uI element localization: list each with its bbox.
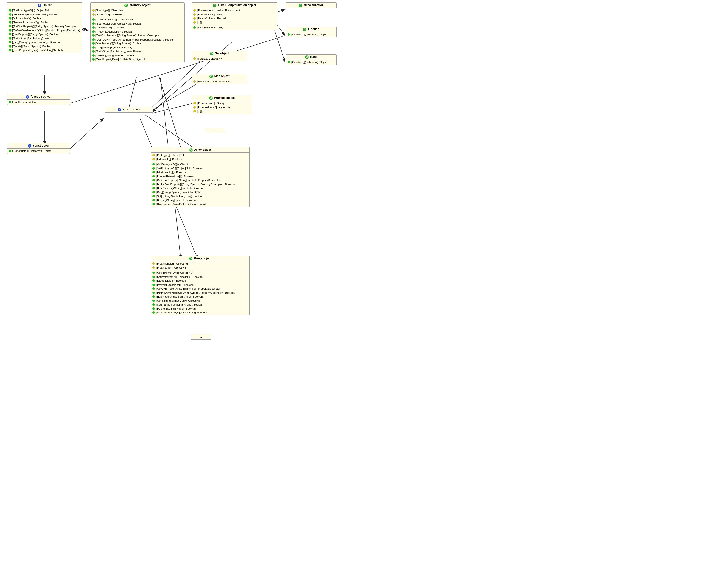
constructor-header: I constructor — [7, 143, 70, 149]
constructor-title: constructor — [33, 144, 49, 148]
ordinary-object-title: ordinary object — [130, 3, 151, 7]
function-object-methods: [[Call]](List<any>): any — [7, 100, 70, 105]
constructor-icon: I — [28, 144, 31, 148]
set-object-header: O Set object — [192, 51, 247, 56]
object-icon: I — [37, 4, 41, 7]
map-object-header: O Map object — [192, 74, 247, 79]
object-row-10: [[Delete]](String|Symbol): Boolean — [9, 44, 80, 49]
ordinary-object-icon: O — [125, 4, 128, 7]
object-row-4: [[PreventExtensions]](): Boolean — [9, 21, 80, 25]
class-icon: O — [305, 55, 309, 59]
function-object-title: function object — [31, 95, 51, 98]
class-header: O class — [286, 54, 336, 60]
object-row-1: [[GetPrototypeOf]](): Object|Null — [9, 8, 80, 12]
arrow-function-title: arrow function — [304, 3, 324, 7]
exotic-object-icon: I — [118, 108, 121, 111]
more2-title: ... — [191, 334, 211, 339]
object-row-3: [[IsExtensible]](): Boolean — [9, 17, 80, 21]
ecma-function-props: [[Environment]]: Lexical Environment [[F… — [192, 8, 277, 25]
promise-object-header: O Promise object — [192, 96, 252, 101]
array-object-title: Array object — [194, 148, 211, 152]
function-header: O function — [286, 27, 336, 32]
more1-box: ... — [205, 128, 225, 133]
object-row-5: [[GetOwnProperty]](String|Symbol): Prope… — [9, 24, 80, 28]
promise-object-props: [[PromiseState]]: String [[PromiseResult… — [192, 101, 252, 114]
object-row-9: [[Set]](String|Symbol, any, any): Boolea… — [9, 40, 80, 44]
ordinary-object-header: O ordinary object — [91, 3, 184, 8]
function-object-icon: I — [26, 95, 29, 99]
object-title: Object — [43, 3, 52, 7]
constructor-methods: [[Constructor]](List<any>): Object — [7, 149, 70, 154]
ecma-function-header: O ECMAScript function object — [192, 3, 277, 8]
function-box: O function [[Construct]](List<any>): Obj… — [286, 27, 337, 37]
ecma-function-title: ECMAScript function object — [218, 3, 256, 7]
array-object-props: [[Prototype]]: Object|Null [[Extensible]… — [151, 153, 250, 162]
map-object-props: [[MapData]]: List<List<any>> — [192, 79, 247, 84]
exotic-object-title: exotic object — [123, 108, 140, 111]
object-methods: [[GetPrototypeOf]](): Object|Null [[SetP… — [7, 8, 82, 53]
object-header: I Object — [7, 3, 82, 8]
object-row-11: [[OwnPropertyKeys]](): List<String|Symbo… — [9, 48, 80, 52]
map-object-icon: O — [209, 75, 213, 78]
proxy-object-box: O Proxy object [[ProxyHandler]]: Object|… — [151, 256, 250, 315]
map-object-title: Map object — [214, 75, 230, 78]
class-title: class — [310, 55, 317, 59]
array-object-icon: O — [189, 148, 193, 152]
set-object-box: O Set object [[SetData]]: List<any> — [192, 51, 247, 61]
function-object-box: I function object [[Call]](List<any>): a… — [7, 94, 70, 105]
ecma-function-methods: [[Call]](List<any>): any — [192, 25, 277, 30]
object-row-8: [[Get]](String|Symbol, any): any — [9, 36, 80, 41]
more2-box: ... — [190, 334, 211, 340]
object-row-7: [[HasProperty]](String|Symbol): Boolean — [9, 32, 80, 36]
ordinary-object-box: O ordinary object [[Prototype]]: Object|… — [90, 2, 185, 62]
set-object-title: Set object — [215, 52, 229, 55]
exotic-object-header: I exotic object — [105, 107, 153, 112]
arrows-svg — [0, 0, 728, 586]
class-methods: [[Construct]](List<any>): Object — [286, 60, 336, 65]
object-box: I Object [[GetPrototypeOf]](): Object|Nu… — [7, 2, 82, 53]
svg-line-11 — [145, 114, 198, 151]
map-object-box: O Map object [[MapData]]: List<List<any>… — [192, 74, 247, 84]
function-methods: [[Construct]](List<any>): Object — [286, 32, 336, 37]
ordinary-object-methods: [[GetPrototypeOf]](): Object|Null [[SetP… — [91, 17, 184, 62]
set-object-props: [[SetData]]: List<any> — [192, 56, 247, 61]
object-row-2: [[SetPrototypeOf]](Object|Null): Boolean — [9, 12, 80, 17]
exotic-object-box: I exotic object — [105, 107, 153, 113]
ecma-function-icon: O — [213, 4, 216, 7]
promise-object-icon: O — [209, 97, 212, 100]
proxy-object-icon: O — [189, 257, 192, 260]
arrow-function-header: O arrow function — [286, 3, 336, 8]
function-title: function — [308, 27, 319, 31]
set-object-icon: O — [210, 52, 213, 55]
constructor-box: I constructor [[Constructor]](List<any>)… — [7, 143, 70, 154]
proxy-object-props: [[ProxyHandler]]: Object|Null [[ProxyTar… — [151, 261, 250, 270]
diagram-container: I Object [[GetPrototypeOf]](): Object|Nu… — [0, 0, 728, 586]
svg-line-16 — [159, 77, 182, 152]
array-object-box: O Array object [[Prototype]]: Object|Nul… — [151, 147, 250, 207]
function-object-header: I function object — [7, 94, 70, 100]
arrow-function-icon: O — [298, 4, 302, 7]
ecma-function-box: O ECMAScript function object [[Environme… — [192, 2, 278, 30]
proxy-object-methods: [[GetPrototypeOf]](): Object|Null [[SetP… — [151, 270, 250, 315]
promise-object-title: Promise object — [214, 96, 235, 100]
proxy-object-header: O Proxy object — [151, 256, 250, 261]
proxy-object-title: Proxy object — [194, 257, 211, 260]
promise-object-box: O Promise object [[PromiseState]]: Strin… — [192, 95, 252, 114]
object-row-6: [[DefineOwnProperty]](String|Symbol, Pro… — [9, 28, 80, 32]
function-icon: O — [303, 28, 306, 31]
array-object-header: O Array object — [151, 148, 250, 153]
class-box: O class [[Construct]](List<any>): Object — [286, 54, 337, 65]
array-object-methods: [[GetPrototypeOf]](): Object|Null [[SetP… — [151, 162, 250, 207]
ordinary-object-props: [[Prototype]]: Object|Null [[Extensible]… — [91, 8, 184, 17]
arrow-function-box: O arrow function — [286, 2, 337, 8]
more1-title: ... — [205, 128, 225, 133]
svg-line-10 — [65, 118, 104, 153]
